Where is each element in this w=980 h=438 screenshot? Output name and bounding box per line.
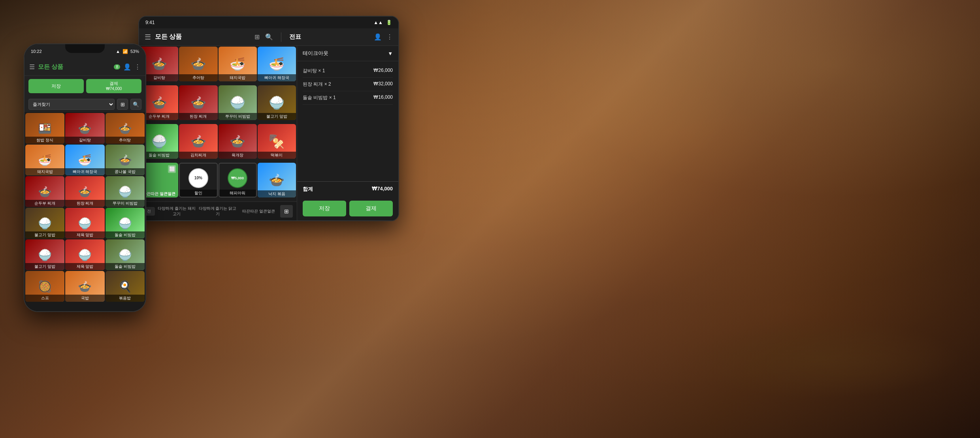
tablet-food-discount[interactable]: 10% 할인	[179, 163, 217, 197]
order-item-3: 돌솥 비빔밥 × 1 ₩16,000	[303, 91, 393, 105]
tablet-top-bar: ☰ 모든 상품 ⊞ 🔍 전표 👤 ⋮	[139, 28, 398, 46]
tablet-food-grid: 🍲 갈비탕 🍲 추어탕 🍜 돼지국밥 🍜	[139, 46, 297, 201]
tablet-title: 모든 상품	[155, 33, 182, 41]
phone-save-button[interactable]: 저장	[28, 79, 84, 93]
tablet-battery-icon: 🔋	[386, 20, 392, 25]
tablet-food-kimchi[interactable]: 🍲 김치찌개	[179, 124, 217, 159]
phone-food-item-14[interactable]: 🍚 제육 덮밥	[65, 239, 104, 270]
phone-food-item-5[interactable]: 🍜 뼈아귀 해장국	[65, 145, 104, 175]
phone-food-item-4[interactable]: 🍜 돼지국밥	[25, 145, 64, 175]
phone-search-button[interactable]: 🔍	[130, 99, 141, 110]
order-item-1-name: 갈비탕 × 1	[303, 68, 325, 74]
tablet-top-right-icons: ⊞ 🔍	[254, 33, 273, 41]
phone-food-item-1[interactable]: 🍱 쌈밥 정식	[25, 113, 64, 144]
phone-time: 10:22	[31, 49, 42, 54]
order-item-1: 갈비탕 × 1 ₩26,000	[303, 64, 393, 78]
phone-profile-icon[interactable]: 👤	[123, 63, 131, 71]
phone-barcode-button[interactable]: ⊞	[117, 99, 128, 110]
phone-category-dropdown[interactable]: 즐겨찾기	[28, 99, 115, 110]
tablet-food-bulgogi[interactable]: 🍚 불고기 덮밥	[258, 85, 296, 120]
order-item-2-price: ₩32,000	[373, 81, 393, 88]
phone-badge: 8	[114, 64, 120, 70]
order-total-row: 합계 ₩74,000	[297, 181, 398, 197]
phone-food-item-2[interactable]: 🍲 갈비탕	[65, 113, 104, 144]
order-total-label: 합계	[303, 186, 313, 193]
phone-filter-bar: 즐겨찾기 ⊞ 🔍	[24, 96, 145, 112]
tablet-status-bar: 9:41 ▲▲ 🔋	[139, 17, 398, 28]
phone-action-buttons: 저장 결제 ₩74,000	[24, 76, 145, 96]
phone-device: 10:22 ▲ 📶 53% ☰ 모든 상품 8 👤 ⋮ 저장 결제	[24, 43, 146, 312]
phone-wifi-icon: ▲	[116, 49, 120, 54]
order-item-2: 된장 찌개 × 2 ₩32,000	[303, 78, 393, 91]
phone-food-item-15[interactable]: 🍚 돌솥 비빔밥	[106, 239, 145, 270]
tablet-food-dwaejigukbap[interactable]: 🍜 돼지국밥	[219, 47, 257, 81]
phone-pay-label: 결제	[109, 81, 118, 86]
tablet-device: 9:41 ▲▲ 🔋 ☰ 모든 상품 ⊞ 🔍 전표 👤 ⋮	[138, 16, 399, 221]
order-header: 테이크아웃 ▼	[297, 46, 398, 61]
phone-food-item-18[interactable]: 🍳 볶음밥	[106, 271, 145, 302]
phone-top-bar: ☰ 모든 상품 8 👤 ⋮	[24, 58, 145, 76]
phone-food-item-16[interactable]: 🥘 스프	[25, 271, 64, 302]
tablet-wifi-icon: ▲▲	[373, 20, 383, 25]
phone-food-item-6[interactable]: 🍲 콩나볼 국밥	[106, 145, 145, 175]
tablet-barcode-icon[interactable]: ⊞	[254, 33, 260, 41]
phone-food-item-11[interactable]: 🍚 제육 덮밥	[65, 208, 104, 239]
tablet-content: 🍲 갈비탕 🍲 추어탕 🍜 돼지국밥 🍜	[139, 46, 398, 220]
tablet-search-icon[interactable]: 🔍	[265, 33, 273, 41]
phone-screen: 10:22 ▲ 📶 53% ☰ 모든 상품 8 👤 ⋮ 저장 결제	[24, 44, 145, 311]
tag-chicken[interactable]: 다양하게 즐기는 닭고기	[198, 206, 237, 217]
phone-food-item-9[interactable]: 🍚 쭈꾸미 비빔밥	[106, 176, 145, 207]
copy-icon: ⬜	[168, 165, 176, 173]
tablet-order-panel: 테이크아웃 ▼ 갈비탕 × 1 ₩26,000 된장 찌개 × 2 ₩32,00…	[297, 46, 398, 220]
phone-food-grid: 🍱 쌈밥 정식 🍲 갈비탕 🍲 추어탕 🍜 돼지국밥 🍜 뼈아귀	[24, 112, 145, 303]
tag-hot[interactable]: 따끈따끈 얼큰얼큰	[239, 209, 278, 214]
tablet-more-icon[interactable]: ⋮	[386, 33, 393, 41]
tablet-profile-icon[interactable]: 👤	[374, 33, 382, 41]
tablet-menu-icon[interactable]: ☰	[145, 33, 151, 41]
order-action-buttons: 저장 결제	[297, 197, 398, 220]
order-item-1-price: ₩26,000	[373, 68, 393, 74]
tablet-bottom-bar: 전 다양하게 즐기는 돼지고기 다양하게 즐기는 닭고기 따끈따끈 얼큰얼큰 ⊞	[139, 201, 297, 220]
tablet-section-title: 전표	[289, 33, 301, 41]
phone-more-icon[interactable]: ⋮	[134, 63, 141, 71]
discount-tag: 10%	[188, 168, 208, 188]
tablet-food-jjukumi[interactable]: 🍚 쭈꾸미 비빔밥	[219, 85, 257, 120]
phone-food-item-8[interactable]: 🍲 된장 찌개	[65, 176, 104, 207]
phone-food-item-10[interactable]: 🍚 불고기 덮밥	[25, 208, 64, 239]
phone-food-item-7[interactable]: 🍲 순두부 찌개	[25, 176, 64, 207]
tablet-food-tteokbokki[interactable]: 🍢 떡볶이	[258, 124, 296, 159]
devices-container: 10:22 ▲ 📶 53% ☰ 모든 상품 8 👤 ⋮ 저장 결제	[24, 12, 399, 312]
price-tag: ₩5,000	[228, 168, 247, 188]
phone-pay-button[interactable]: 결제 ₩74,000	[86, 79, 141, 93]
phone-battery-label: 53%	[130, 49, 139, 54]
tablet-time: 9:41	[145, 20, 155, 25]
order-type-row: 테이크아웃 ▼	[303, 50, 393, 57]
phone-food-item-3[interactable]: 🍲 추어탕	[106, 113, 145, 144]
tablet-food-doenjang[interactable]: 🍲 된장 찌개	[179, 85, 217, 120]
grid-view-button[interactable]: ⊞	[280, 205, 293, 218]
order-item-3-name: 돌솥 비빔밥 × 1	[303, 94, 336, 101]
tablet-food-chueotang[interactable]: 🍲 추어탕	[179, 47, 217, 81]
order-dropdown-icon[interactable]: ▼	[388, 51, 393, 56]
order-pay-button[interactable]: 결제	[349, 201, 393, 216]
tablet-food-panel: 🍲 갈비탕 🍲 추어탕 🍜 돼지국밥 🍜	[139, 46, 297, 220]
phone-signal-icon: 📶	[122, 49, 128, 54]
phone-pay-amount: ₩74,000	[106, 86, 122, 91]
tag-pork[interactable]: 다양하게 즐기는 돼지고기	[157, 206, 196, 217]
order-item-2-name: 된장 찌개 × 2	[303, 81, 331, 88]
phone-notch	[65, 44, 105, 53]
phone-food-item-17[interactable]: 🍲 국밥	[65, 271, 104, 302]
tablet-food-yukaejang[interactable]: 🍲 육개장	[219, 124, 257, 159]
phone-menu-icon[interactable]: ☰	[29, 63, 35, 71]
order-type-label: 테이크아웃	[303, 50, 328, 57]
tablet-food-nakji[interactable]: 🍲 낙지 볶음	[258, 163, 296, 197]
table-surface	[684, 320, 960, 399]
restaurant-decor	[585, 0, 980, 438]
phone-food-item-12[interactable]: 🍚 돌솥 비빔밥	[106, 208, 145, 239]
phone-food-item-13[interactable]: 🍚 불고기 덮밥	[25, 239, 64, 270]
order-total-amount: ₩74,000	[372, 186, 393, 193]
phone-title: 모든 상품	[38, 63, 111, 71]
tablet-food-happy-hour[interactable]: ₩5,000 해피아워	[219, 163, 257, 197]
order-save-button[interactable]: 저장	[303, 201, 346, 216]
tablet-food-ppyeoagwi[interactable]: 🍜 뼈아귀 해장국	[258, 47, 296, 81]
